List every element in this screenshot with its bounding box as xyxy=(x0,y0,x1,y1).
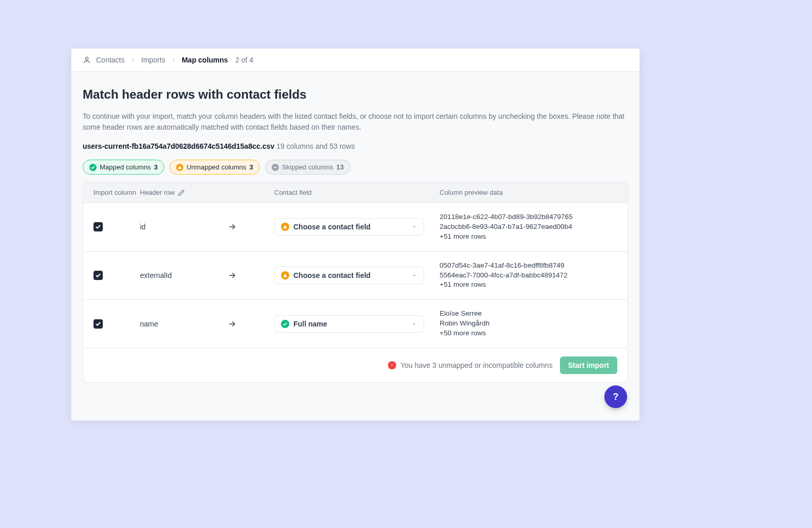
th-header-row: Header row xyxy=(140,189,228,196)
warning-icon xyxy=(281,223,289,231)
check-icon xyxy=(89,164,97,171)
chip-unmapped-label: Unmapped columns xyxy=(186,163,246,171)
table-footer: You have 3 unmapped or incompatible colu… xyxy=(83,348,628,383)
skip-icon xyxy=(272,164,279,171)
content-area: Match header rows with contact fields To… xyxy=(71,72,639,383)
warning-icon xyxy=(281,271,289,279)
page-description: To continue with your import, match your… xyxy=(83,111,625,133)
chip-mapped-count: 3 xyxy=(154,163,158,171)
contacts-icon xyxy=(83,56,91,64)
chip-mapped-label: Mapped columns xyxy=(100,163,151,171)
contact-field-select[interactable]: Choose a contact field xyxy=(274,267,424,284)
app-window: Contacts Imports Map columns 2 of 4 Matc… xyxy=(71,49,639,421)
header-label: id xyxy=(140,223,146,231)
th-import-column: Import column xyxy=(93,189,140,196)
preview-data: 0507d54c-3ae7-41af-8c16-bedff8fb8749 556… xyxy=(440,261,617,290)
chevron-right-icon xyxy=(130,57,136,63)
breadcrumb-current: Map columns xyxy=(182,56,228,64)
mapping-table: Import column Header row Contact field C… xyxy=(83,182,628,348)
import-checkbox[interactable] xyxy=(93,271,103,280)
filter-chips: Mapped columns 3 Unmapped columns 3 Skip… xyxy=(83,160,628,175)
import-checkbox[interactable] xyxy=(93,222,103,231)
chip-skipped[interactable]: Skipped columns 13 xyxy=(265,160,350,175)
chip-skipped-label: Skipped columns xyxy=(282,163,333,171)
help-button[interactable]: ? xyxy=(604,385,627,408)
breadcrumb-contacts[interactable]: Contacts xyxy=(96,56,124,64)
chevron-down-icon xyxy=(411,321,417,327)
chip-unmapped-count: 3 xyxy=(249,163,253,171)
chip-unmapped[interactable]: Unmapped columns 3 xyxy=(169,160,260,175)
chevron-right-icon xyxy=(170,57,177,63)
file-info: users-current-fb16a754a7d0628d6674c5146d… xyxy=(83,142,628,150)
chip-mapped[interactable]: Mapped columns 3 xyxy=(83,160,164,175)
chip-skipped-count: 13 xyxy=(336,163,343,171)
contact-field-select[interactable]: Full name xyxy=(274,315,424,333)
table-row: name Full name xyxy=(83,300,628,348)
svg-point-0 xyxy=(85,57,88,60)
chevron-down-icon xyxy=(411,272,417,278)
error-icon xyxy=(388,361,396,369)
breadcrumb-imports[interactable]: Imports xyxy=(141,56,165,64)
warning-message: You have 3 unmapped or incompatible colu… xyxy=(388,361,552,369)
th-preview: Column preview data xyxy=(440,189,617,196)
warning-icon xyxy=(176,164,183,171)
preview-data: 20118e1e-c622-4b07-bd89-3b92b8479765 2ac… xyxy=(440,212,617,242)
import-checkbox[interactable] xyxy=(93,319,103,329)
file-meta: 19 columns and 53 rows xyxy=(276,142,355,150)
breadcrumb: Contacts Imports Map columns 2 of 4 xyxy=(71,49,639,72)
help-icon: ? xyxy=(613,392,619,402)
contact-field-select[interactable]: Choose a contact field xyxy=(274,218,424,236)
header-label: name xyxy=(140,320,158,328)
table-header: Import column Header row Contact field C… xyxy=(83,182,628,203)
header-label: externalId xyxy=(140,271,171,279)
preview-data: Eloïse Serree Robin Wingårdh +50 more ro… xyxy=(440,309,617,338)
select-label: Choose a contact field xyxy=(293,223,407,231)
select-label: Full name xyxy=(293,320,407,328)
chevron-down-icon xyxy=(411,224,417,230)
check-icon xyxy=(281,320,289,328)
file-name: users-current-fb16a754a7d0628d6674c5146d… xyxy=(83,142,274,150)
page-title: Match header rows with contact fields xyxy=(83,87,628,102)
arrow-right-icon xyxy=(228,271,237,280)
breadcrumb-step: 2 of 4 xyxy=(235,56,253,64)
arrow-right-icon xyxy=(228,319,237,329)
table-row: id Choose a contact field xyxy=(83,203,628,252)
pencil-icon[interactable] xyxy=(178,189,185,196)
start-import-button[interactable]: Start import xyxy=(560,356,617,374)
table-row: externalId Choose a contact field xyxy=(83,252,628,300)
select-label: Choose a contact field xyxy=(293,271,407,279)
th-contact-field: Contact field xyxy=(274,189,440,196)
svg-rect-6 xyxy=(392,364,393,365)
arrow-right-icon xyxy=(228,222,237,231)
